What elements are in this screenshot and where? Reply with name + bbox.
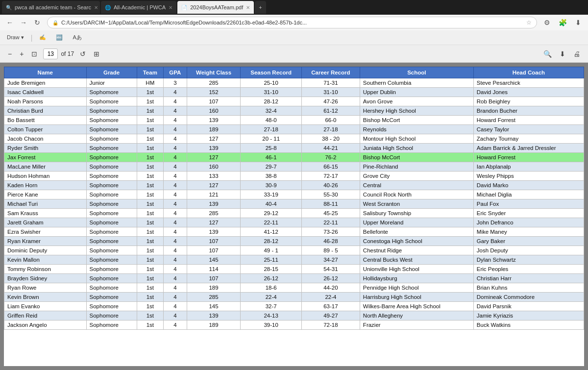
tab-search[interactable]: 🔍 pwca all academic team - Searc ✕ — [2, 1, 100, 14]
draw-label: Draw — [7, 34, 20, 40]
table-row: Noah ParsonsSophomore1st410728-1247-26Av… — [4, 97, 584, 106]
table-row: Kaden HornSophomore1st412730-940-26Centr… — [4, 181, 584, 190]
pwca-tab-icon: 🌐 — [105, 5, 111, 10]
table-row: Colton TupperSophomore1st418927-1827-18R… — [4, 125, 584, 134]
zoom-in-button[interactable]: + — [18, 49, 25, 59]
url-bar[interactable]: 🔒 C:/Users/DARCIM~1/AppData/Local/Temp/M… — [47, 17, 537, 28]
tab-search-label: pwca all academic team - Searc — [15, 4, 91, 10]
tab-new[interactable]: + — [255, 1, 266, 14]
fit-page-button[interactable]: ⊡ — [29, 49, 39, 59]
tab-bar: 🔍 pwca all academic team - Searc ✕ 🌐 All… — [0, 0, 588, 15]
translate-button[interactable]: 🔤 — [53, 33, 66, 42]
forward-button[interactable]: → — [18, 17, 29, 28]
table-row: Sam KraussSophomore1st428529-1245-25Sali… — [4, 209, 584, 218]
table-row: MacLane MillerSophomore1st416029-766-15P… — [4, 162, 584, 172]
table-row: Hudson HohmanSophomore1st413338-872-17Gr… — [4, 172, 584, 181]
fit-width-button[interactable]: ⊞ — [92, 49, 101, 59]
pdf-toolbar: − + ⊡ of 17 ↺ ⊞ 🔍 ⬇ 🖨 — [0, 45, 588, 63]
col-header-gpa: GPA — [164, 67, 187, 78]
pdf-print-button[interactable]: 🖨 — [571, 49, 582, 59]
page-number-input[interactable] — [43, 49, 58, 59]
academic-team-table: Name Grade Team GPA Weight Class Season … — [4, 67, 584, 330]
table-row: Ryder SmithSophomore1st413925-844-21Juni… — [4, 144, 584, 153]
table-row: Ezra SwisherSophomore1st413941-1273-26Be… — [4, 227, 584, 237]
table-container: Name Grade Team GPA Weight Class Season … — [4, 67, 584, 366]
table-row: Isaac CaldwellSophomore1st415231-1031-10… — [4, 88, 584, 97]
rotate-button[interactable]: ↺ — [78, 49, 88, 59]
col-header-career: Career Record — [301, 67, 360, 78]
col-header-season: Season Record — [241, 67, 302, 78]
extensions-button[interactable]: 🧩 — [557, 17, 568, 28]
tab-pdf-close[interactable]: ✕ — [246, 5, 250, 10]
tab-search-close[interactable]: ✕ — [94, 5, 98, 10]
pdf-download-button[interactable]: ⬇ — [558, 49, 567, 59]
star-icon[interactable]: ☆ — [526, 19, 532, 26]
table-row: Liam EvankoSophomore1st414532-763-17Wilk… — [4, 302, 584, 311]
table-row: Pierce KaneSophomore1st412133-1955-30Cou… — [4, 190, 584, 199]
signature-button[interactable]: ✍ — [36, 33, 49, 42]
table-row: Brayden SidneySophomore1st410726-1226-12… — [4, 274, 584, 283]
table-row: Jackson AngeloSophomore1st418939-1072-18… — [4, 321, 584, 330]
settings-button[interactable]: ⚙ — [541, 17, 553, 28]
refresh-button[interactable]: ↻ — [31, 17, 43, 28]
draw-button[interactable]: Draw ▾ — [4, 33, 27, 42]
table-row: Jacob ChaconSophomore1st412720 - 1138 - … — [4, 134, 584, 144]
tab-pwca-label: All-Academic | PWCA — [114, 4, 166, 10]
browser-chrome: 🔍 pwca all academic team - Searc ✕ 🌐 All… — [0, 0, 588, 45]
pdf-tab-icon: 📄 — [181, 5, 187, 10]
tab-pwca-close[interactable]: ✕ — [169, 5, 172, 10]
zoom-out-button[interactable]: − — [6, 49, 14, 59]
col-header-grade: Grade — [86, 67, 137, 78]
url-text: C:/Users/DARCIM~1/AppData/Local/Temp/Mic… — [61, 20, 307, 25]
address-bar: ← → ↻ 🔒 C:/Users/DARCIM~1/AppData/Local/… — [0, 15, 588, 30]
tab-new-label: + — [259, 4, 262, 10]
table-row: Jude BremigenJuniorHM328525-1071-31South… — [4, 78, 584, 88]
col-header-name: Name — [4, 67, 87, 78]
table-row: Kevin MallonSophomore1st414525-1134-27Ce… — [4, 255, 584, 265]
toolbar-sep1: | — [31, 34, 33, 42]
table-row: Kevin BrownSophomore1st428522-422-4Harri… — [4, 293, 584, 302]
table-body: Jude BremigenJuniorHM328525-1071-31South… — [4, 78, 584, 330]
pdf-search-button[interactable]: 🔍 — [541, 49, 554, 59]
table-row: Ryan KramerSophomore1st410728-1246-28Con… — [4, 237, 584, 246]
tab-pdf-label: 2024BoysAATeam.pdf — [190, 4, 243, 10]
table-header: Name Grade Team GPA Weight Class Season … — [4, 67, 584, 78]
table-row: Griffen ReidSophomore1st413924-1349-27No… — [4, 311, 584, 321]
tab-pdf[interactable]: 📄 2024BoysAATeam.pdf ✕ — [177, 1, 254, 14]
table-row: Bo BassettSophomore1st413948-066-0Bishop… — [4, 116, 584, 125]
col-header-school: School — [360, 67, 473, 78]
read-aloud-button[interactable]: Aあ — [70, 33, 84, 42]
tab-pwca[interactable]: 🌐 All-Academic | PWCA ✕ — [101, 1, 176, 14]
toolbar-bar: Draw ▾ | ✍ 🔤 Aあ — [0, 30, 588, 45]
col-header-team: Team — [137, 67, 163, 78]
table-row: Christian BurdSophomore1st416032-461-12H… — [4, 106, 584, 116]
table-row: Jax ForrestSophomore1st412746-176-2Bisho… — [4, 153, 584, 162]
downloads-button[interactable]: ⬇ — [572, 17, 584, 28]
table-row: Jarett GrahamSophomore1st412722-1122-11U… — [4, 218, 584, 227]
table-row: Michael TuriSophomore1st413940-488-11Wes… — [4, 199, 584, 209]
table-row: Dominic DeputySophomore1st410749 - 189 -… — [4, 246, 584, 255]
lock-icon: 🔒 — [52, 20, 58, 25]
table-row: Ryan RoweSophomore1st418918-644-20Pennid… — [4, 283, 584, 293]
pdf-content: Name Grade Team GPA Weight Class Season … — [0, 63, 588, 370]
table-row: Tommy RobinsonSophomore1st411428-1554-31… — [4, 265, 584, 274]
page-total: of 17 — [61, 50, 74, 57]
back-button[interactable]: ← — [4, 17, 16, 28]
search-tab-icon: 🔍 — [6, 5, 12, 10]
col-header-weight: Weight Class — [187, 67, 241, 78]
col-header-coach: Head Coach — [473, 67, 584, 78]
page-nav: of 17 — [43, 49, 74, 59]
nav-buttons: ← → ↻ — [4, 17, 43, 28]
